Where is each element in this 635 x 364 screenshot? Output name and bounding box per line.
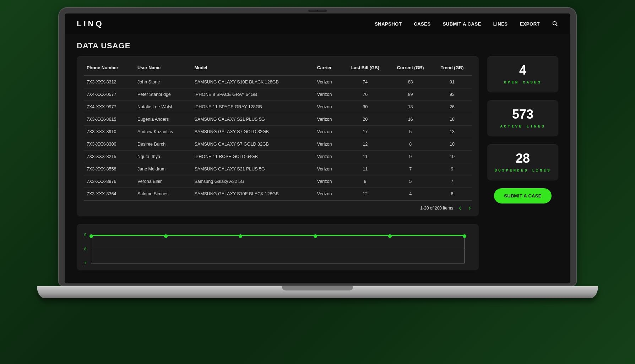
cell-user: Desiree Burch [135, 138, 191, 151]
page-title: DATA USAGE [77, 41, 558, 50]
cell-carrier: Verizon [314, 101, 342, 113]
nav-snapshot[interactable]: SNAPSHOT [375, 21, 402, 27]
cell-phone: 7X3-XXX-8300 [84, 138, 135, 151]
table-row[interactable]: 7X3-XXX-8312John StoneSAMSUNG GALAXY S10… [84, 76, 472, 88]
table-row[interactable]: 7X3-XXX-8300Desiree BurchSAMSUNG GALAXY … [84, 138, 472, 151]
stat-value: 573 [491, 108, 555, 121]
cell-carrier: Verizon [314, 88, 342, 101]
cell-trend: 26 [433, 101, 472, 113]
cell-model: SAMSUNG GALAXY S10E BLACK 128GB [191, 76, 314, 88]
cell-current: 8 [388, 138, 433, 151]
cell-last: 30 [342, 101, 388, 113]
nav-lines[interactable]: LINES [493, 21, 508, 27]
chart-series [91, 235, 465, 236]
cell-current: 4 [388, 188, 433, 201]
cell-user: Peter Stanbridge [135, 88, 191, 101]
cell-trend: 93 [433, 88, 472, 101]
col-model[interactable]: Model [191, 59, 314, 76]
table-row[interactable]: 7X3-XXX-8215Nguta IthyaIPHONE 11 ROSE GO… [84, 151, 472, 163]
primary-nav: SNAPSHOT CASES SUBMIT A CASE LINES EXPOR… [375, 21, 558, 27]
stat-label: ACTIVE LINES [491, 124, 555, 129]
cell-carrier: Verizon [314, 126, 342, 138]
stat-suspended-lines[interactable]: 28 SUSPENDED LINES [487, 144, 558, 180]
laptop-bezel: LINQ SNAPSHOT CASES SUBMIT A CASE LINES … [58, 7, 577, 286]
stat-active-lines[interactable]: 573 ACTIVE LINES [487, 100, 558, 136]
cell-last: 11 [342, 151, 388, 163]
cell-phone: 7X3-XXX-8910 [84, 126, 135, 138]
cell-user: Andrew Kazantzis [135, 126, 191, 138]
col-current[interactable]: Current (GB) [388, 59, 433, 76]
data-usage-table-card: Phone Number User Name Model Carrier Las… [77, 56, 479, 216]
cell-phone: 7X3-XXX-8558 [84, 163, 135, 175]
cell-carrier: Verizon [314, 188, 342, 201]
table-row[interactable]: 7X4-XXX-0577Peter StanbridgeIPHONE 8 SPA… [84, 88, 472, 101]
cell-user: Nguta Ithya [135, 151, 191, 163]
usage-line-chart: 987 [91, 235, 465, 263]
cell-model: Samsung Galaxy A32 5G [191, 175, 314, 188]
cell-trend: 91 [433, 76, 472, 88]
table-row[interactable]: 7X3-XXX-8558Jane MeldrumSAMSUNG GALAXY S… [84, 163, 472, 175]
table-row[interactable]: 7X3-XXX-8976Verona BlairSamsung Galaxy A… [84, 175, 472, 188]
pager-status: 1-20 of 200 items [420, 206, 453, 211]
cell-user: John Stone [135, 76, 191, 88]
stat-label: OPEN CASES [491, 80, 555, 85]
cell-trend: 13 [433, 126, 472, 138]
cell-model: IPHONE 8 SPACE GRAY 64GB [191, 88, 314, 101]
cell-phone: 7X3-XXX-8976 [84, 175, 135, 188]
cell-current: 5 [388, 126, 433, 138]
cell-model: SAMSUNG GALAXY S10E BLACK 128GB [191, 188, 314, 201]
cell-trend: 9 [433, 163, 472, 175]
cell-user: Verona Blair [135, 175, 191, 188]
usage-chart-card: 987 [77, 224, 479, 270]
cell-last: 11 [342, 163, 388, 175]
nav-cases[interactable]: CASES [414, 21, 430, 27]
chart-y-tick: 8 [84, 247, 86, 251]
chart-point [164, 234, 168, 238]
table-row[interactable]: 7X3-XXX-8364Salome SimoesSAMSUNG GALAXY … [84, 188, 472, 201]
cell-last: 12 [342, 188, 388, 201]
cell-trend: 10 [433, 151, 472, 163]
pager-next-icon[interactable] [467, 206, 472, 210]
cell-last: 12 [342, 138, 388, 151]
chart-point [239, 234, 242, 238]
stat-open-cases[interactable]: 4 OPEN CASES [487, 56, 558, 92]
chart-point [388, 234, 392, 238]
nav-submit-case[interactable]: SUBMIT A CASE [443, 21, 481, 27]
cell-last: 17 [342, 126, 388, 138]
cell-trend: 10 [433, 138, 472, 151]
col-user[interactable]: User Name [135, 59, 191, 76]
table-pager: 1-20 of 200 items [84, 201, 472, 211]
cell-current: 7 [388, 163, 433, 175]
cell-phone: 7X4-XXX-9977 [84, 101, 135, 113]
col-phone[interactable]: Phone Number [84, 59, 135, 76]
stat-value: 28 [491, 152, 555, 165]
cell-phone: 7X3-XXX-8364 [84, 188, 135, 201]
cell-user: Eugenia Anders [135, 113, 191, 126]
brand-logo[interactable]: LINQ [77, 19, 104, 28]
cell-phone: 7X3-XXX-8312 [84, 76, 135, 88]
chart-point [89, 234, 93, 238]
cell-current: 88 [388, 76, 433, 88]
col-trend[interactable]: Trend (GB) [433, 59, 472, 76]
cell-carrier: Verizon [314, 76, 342, 88]
cell-current: 18 [388, 101, 433, 113]
submit-case-button[interactable]: SUBMIT A CASE [494, 188, 552, 203]
cell-phone: 7X4-XXX-0577 [84, 88, 135, 101]
cell-last: 9 [342, 175, 388, 188]
cell-current: 89 [388, 88, 433, 101]
search-icon[interactable] [552, 21, 558, 27]
pager-prev-icon[interactable] [458, 206, 462, 210]
cell-user: Jane Meldrum [135, 163, 191, 175]
cell-phone: 7X3-XXX-8215 [84, 151, 135, 163]
nav-export[interactable]: EXPORT [520, 21, 540, 27]
cell-user: Natalie Lee-Walsh [135, 101, 191, 113]
col-last[interactable]: Last Bill (GB) [342, 59, 388, 76]
col-carrier[interactable]: Carrier [314, 59, 342, 76]
table-row[interactable]: 7X3-XXX-8910Andrew KazantzisSAMSUNG GALA… [84, 126, 472, 138]
table-row[interactable]: 7X3-XXX-8615Eugenia AndersSAMSUNG GALAXY… [84, 113, 472, 126]
table-row[interactable]: 7X4-XXX-9977Natalie Lee-WalshIPHONE 11 S… [84, 101, 472, 113]
laptop-mock: LINQ SNAPSHOT CASES SUBMIT A CASE LINES … [58, 7, 577, 298]
svg-line-1 [556, 25, 557, 26]
cell-phone: 7X3-XXX-8615 [84, 113, 135, 126]
cell-last: 76 [342, 88, 388, 101]
